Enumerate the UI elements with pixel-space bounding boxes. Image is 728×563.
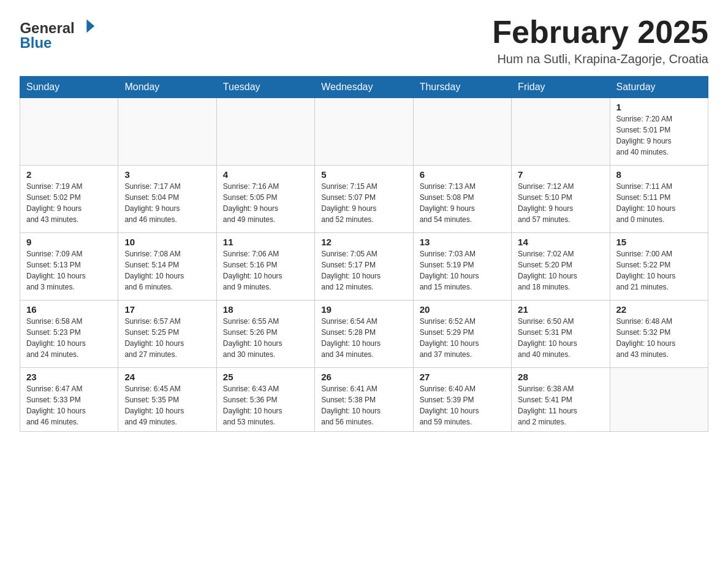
- month-title: February 2025: [492, 15, 708, 50]
- page-header: General Blue February 2025 Hum na Sutli,…: [20, 15, 708, 66]
- calendar-header: SundayMondayTuesdayWednesdayThursdayFrid…: [20, 77, 708, 98]
- day-info: Sunrise: 6:50 AMSunset: 5:31 PMDaylight:…: [518, 316, 603, 360]
- day-number: 24: [124, 372, 210, 382]
- day-info: Sunrise: 6:54 AMSunset: 5:28 PMDaylight:…: [321, 316, 406, 360]
- day-cell: [118, 98, 216, 166]
- day-cell: 16Sunrise: 6:58 AMSunset: 5:23 PMDayligh…: [20, 301, 118, 368]
- day-cell: 20Sunrise: 6:52 AMSunset: 5:29 PMDayligh…: [413, 301, 511, 368]
- weekday-header-friday: Friday: [512, 77, 610, 98]
- weekday-header-wednesday: Wednesday: [315, 77, 413, 98]
- week-row-2: 2Sunrise: 7:19 AMSunset: 5:02 PMDaylight…: [20, 166, 708, 233]
- day-info: Sunrise: 7:05 AMSunset: 5:17 PMDaylight:…: [321, 248, 406, 293]
- day-cell: 11Sunrise: 7:06 AMSunset: 5:16 PMDayligh…: [216, 233, 314, 301]
- day-cell: [610, 368, 708, 432]
- logo: General Blue: [20, 15, 99, 52]
- day-cell: 13Sunrise: 7:03 AMSunset: 5:19 PMDayligh…: [413, 233, 511, 301]
- day-number: 18: [223, 304, 308, 315]
- day-cell: 3Sunrise: 7:17 AMSunset: 5:04 PMDaylight…: [118, 166, 216, 233]
- day-info: Sunrise: 7:11 AMSunset: 5:11 PMDaylight:…: [616, 181, 702, 225]
- day-info: Sunrise: 6:47 AMSunset: 5:33 PMDaylight:…: [26, 383, 112, 427]
- day-cell: 10Sunrise: 7:08 AMSunset: 5:14 PMDayligh…: [118, 233, 216, 301]
- days-of-week-row: SundayMondayTuesdayWednesdayThursdayFrid…: [20, 77, 708, 98]
- day-cell: 15Sunrise: 7:00 AMSunset: 5:22 PMDayligh…: [610, 233, 708, 301]
- day-number: 10: [124, 237, 210, 247]
- day-number: 19: [321, 304, 406, 315]
- day-cell: 2Sunrise: 7:19 AMSunset: 5:02 PMDaylight…: [20, 166, 118, 233]
- day-info: Sunrise: 6:48 AMSunset: 5:32 PMDaylight:…: [616, 316, 702, 360]
- day-info: Sunrise: 6:58 AMSunset: 5:23 PMDaylight:…: [26, 316, 112, 360]
- day-cell: 9Sunrise: 7:09 AMSunset: 5:13 PMDaylight…: [20, 233, 118, 301]
- day-cell: 23Sunrise: 6:47 AMSunset: 5:33 PMDayligh…: [20, 368, 118, 432]
- weekday-header-thursday: Thursday: [413, 77, 511, 98]
- day-cell: 7Sunrise: 7:12 AMSunset: 5:10 PMDaylight…: [512, 166, 610, 233]
- weekday-header-sunday: Sunday: [20, 77, 118, 98]
- week-row-3: 9Sunrise: 7:09 AMSunset: 5:13 PMDaylight…: [20, 233, 708, 301]
- day-number: 1: [616, 102, 702, 112]
- day-cell: [512, 98, 610, 166]
- day-number: 26: [321, 372, 406, 382]
- day-cell: 27Sunrise: 6:40 AMSunset: 5:39 PMDayligh…: [413, 368, 511, 432]
- calendar-body: 1Sunrise: 7:20 AMSunset: 5:01 PMDaylight…: [20, 98, 708, 432]
- day-info: Sunrise: 7:20 AMSunset: 5:01 PMDaylight:…: [616, 113, 702, 158]
- day-number: 12: [321, 237, 406, 247]
- day-cell: 18Sunrise: 6:55 AMSunset: 5:26 PMDayligh…: [216, 301, 314, 368]
- week-row-5: 23Sunrise: 6:47 AMSunset: 5:33 PMDayligh…: [20, 368, 708, 432]
- day-number: 23: [26, 372, 112, 382]
- day-info: Sunrise: 6:40 AMSunset: 5:39 PMDaylight:…: [420, 383, 505, 427]
- day-number: 8: [616, 169, 702, 180]
- day-info: Sunrise: 6:55 AMSunset: 5:26 PMDaylight:…: [223, 316, 308, 360]
- day-number: 25: [223, 372, 308, 382]
- day-cell: 26Sunrise: 6:41 AMSunset: 5:38 PMDayligh…: [315, 368, 413, 432]
- day-cell: 12Sunrise: 7:05 AMSunset: 5:17 PMDayligh…: [315, 233, 413, 301]
- calendar-table: SundayMondayTuesdayWednesdayThursdayFrid…: [20, 76, 708, 432]
- day-cell: 14Sunrise: 7:02 AMSunset: 5:20 PMDayligh…: [512, 233, 610, 301]
- day-number: 22: [616, 304, 702, 315]
- day-cell: 1Sunrise: 7:20 AMSunset: 5:01 PMDaylight…: [610, 98, 708, 166]
- day-cell: [315, 98, 413, 166]
- day-number: 2: [26, 169, 112, 180]
- day-info: Sunrise: 7:09 AMSunset: 5:13 PMDaylight:…: [26, 248, 112, 293]
- weekday-header-saturday: Saturday: [610, 77, 708, 98]
- day-number: 6: [420, 169, 505, 180]
- day-info: Sunrise: 7:00 AMSunset: 5:22 PMDaylight:…: [616, 248, 702, 293]
- title-area: February 2025 Hum na Sutli, Krapina-Zago…: [492, 15, 708, 66]
- day-info: Sunrise: 6:41 AMSunset: 5:38 PMDaylight:…: [321, 383, 406, 427]
- day-cell: [216, 98, 314, 166]
- day-cell: 24Sunrise: 6:45 AMSunset: 5:35 PMDayligh…: [118, 368, 216, 432]
- logo-svg: General Blue: [20, 15, 99, 52]
- day-number: 28: [518, 372, 603, 382]
- day-cell: 25Sunrise: 6:43 AMSunset: 5:36 PMDayligh…: [216, 368, 314, 432]
- day-info: Sunrise: 6:57 AMSunset: 5:25 PMDaylight:…: [124, 316, 210, 360]
- day-cell: 21Sunrise: 6:50 AMSunset: 5:31 PMDayligh…: [512, 301, 610, 368]
- day-info: Sunrise: 7:13 AMSunset: 5:08 PMDaylight:…: [420, 181, 505, 225]
- day-number: 17: [124, 304, 210, 315]
- day-cell: 8Sunrise: 7:11 AMSunset: 5:11 PMDaylight…: [610, 166, 708, 233]
- day-number: 4: [223, 169, 308, 180]
- day-info: Sunrise: 6:52 AMSunset: 5:29 PMDaylight:…: [420, 316, 505, 360]
- day-info: Sunrise: 7:02 AMSunset: 5:20 PMDaylight:…: [518, 248, 603, 293]
- day-info: Sunrise: 7:03 AMSunset: 5:19 PMDaylight:…: [420, 248, 505, 293]
- day-cell: 6Sunrise: 7:13 AMSunset: 5:08 PMDaylight…: [413, 166, 511, 233]
- day-info: Sunrise: 6:38 AMSunset: 5:41 PMDaylight:…: [518, 383, 603, 427]
- day-cell: 28Sunrise: 6:38 AMSunset: 5:41 PMDayligh…: [512, 368, 610, 432]
- day-number: 16: [26, 304, 112, 315]
- day-number: 11: [223, 237, 308, 247]
- day-info: Sunrise: 7:16 AMSunset: 5:05 PMDaylight:…: [223, 181, 308, 225]
- day-cell: [20, 98, 118, 166]
- weekday-header-monday: Monday: [118, 77, 216, 98]
- day-number: 20: [420, 304, 505, 315]
- day-info: Sunrise: 7:12 AMSunset: 5:10 PMDaylight:…: [518, 181, 603, 225]
- day-cell: 22Sunrise: 6:48 AMSunset: 5:32 PMDayligh…: [610, 301, 708, 368]
- day-info: Sunrise: 7:19 AMSunset: 5:02 PMDaylight:…: [26, 181, 112, 225]
- day-number: 21: [518, 304, 603, 315]
- day-number: 15: [616, 237, 702, 247]
- day-number: 27: [420, 372, 505, 382]
- day-info: Sunrise: 7:08 AMSunset: 5:14 PMDaylight:…: [124, 248, 210, 293]
- day-info: Sunrise: 7:17 AMSunset: 5:04 PMDaylight:…: [124, 181, 210, 225]
- day-cell: 4Sunrise: 7:16 AMSunset: 5:05 PMDaylight…: [216, 166, 314, 233]
- svg-text:Blue: Blue: [20, 34, 51, 51]
- svg-text:General: General: [20, 20, 74, 36]
- svg-marker-1: [86, 19, 94, 33]
- day-cell: 5Sunrise: 7:15 AMSunset: 5:07 PMDaylight…: [315, 166, 413, 233]
- day-number: 13: [420, 237, 505, 247]
